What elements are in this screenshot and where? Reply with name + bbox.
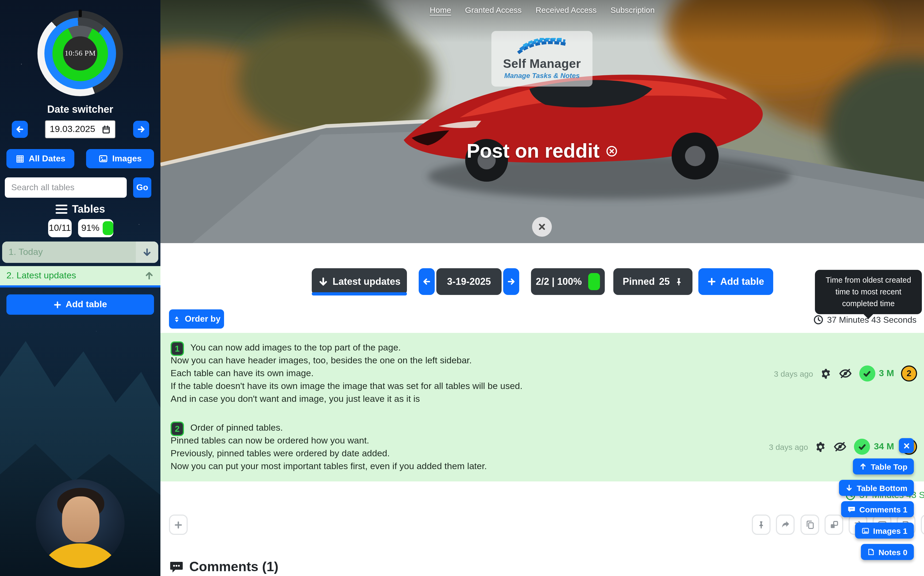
pin-icon xyxy=(757,520,766,529)
gear-icon[interactable] xyxy=(820,368,831,379)
menu-item-label: Notes 0 xyxy=(879,547,908,557)
arrow-down-icon xyxy=(845,484,853,491)
progress-button[interactable]: 2/2 | 100% xyxy=(531,268,605,295)
sidebar-item-label: 2. Latest updates xyxy=(6,270,76,281)
menu-item-table-top[interactable]: Table Top xyxy=(853,458,914,475)
arrow-down-icon xyxy=(318,277,328,286)
arrow-left-icon xyxy=(16,125,24,134)
menu-item-label: Table Bottom xyxy=(857,483,908,492)
copy-button[interactable] xyxy=(800,515,819,535)
move-up-button[interactable] xyxy=(144,271,154,280)
image-icon xyxy=(98,154,108,163)
pinned-button[interactable]: Pinned 25 xyxy=(613,268,693,295)
task-number-badge[interactable]: 1 xyxy=(170,341,184,356)
eye-slash-icon[interactable] xyxy=(838,366,852,381)
date-switcher-label: Date switcher xyxy=(0,104,160,115)
avatar-face xyxy=(62,496,99,542)
prev-date-button[interactable] xyxy=(12,121,28,138)
menu-item-comments[interactable]: Comments 1 xyxy=(841,501,914,517)
menu-item-label: Comments 1 xyxy=(859,505,908,514)
add-row-button[interactable] xyxy=(169,515,188,535)
tables-header: Tables xyxy=(0,203,160,215)
close-icon xyxy=(538,223,546,231)
comments-heading-text: Comments (1) xyxy=(189,559,278,574)
tables-count-badge: 10/11 xyxy=(48,219,72,237)
next-day-button[interactable] xyxy=(503,268,519,295)
prev-day-button[interactable] xyxy=(419,268,435,295)
gear-icon[interactable] xyxy=(815,441,826,452)
arrow-up-icon xyxy=(860,463,867,470)
progress-label: 2/2 | 100% xyxy=(536,276,582,287)
share-button[interactable] xyxy=(776,515,795,535)
task-controls: 3 days ago 3 M 2 xyxy=(774,365,917,381)
all-dates-button[interactable]: All Dates xyxy=(6,149,74,168)
calendar-icon[interactable] xyxy=(102,125,111,134)
nav-item-home[interactable]: Home xyxy=(430,5,451,14)
attachment-count-badge[interactable]: 2 xyxy=(901,365,917,381)
menu-item-label: Images 1 xyxy=(873,526,908,535)
logo-subtitle: Manage Tasks & Notes xyxy=(504,72,580,80)
user-avatar[interactable] xyxy=(36,479,125,568)
nav-item-granted-access[interactable]: Granted Access xyxy=(465,5,521,14)
order-by-label: Order by xyxy=(185,314,220,324)
move-down-button[interactable] xyxy=(136,242,158,263)
task-line: Now you can have header images, too, bes… xyxy=(170,354,472,367)
collapse-header-button[interactable] xyxy=(532,217,552,237)
pin-table-button[interactable] xyxy=(752,515,770,535)
pinned-label: Pinned xyxy=(623,276,655,287)
task-title: Order of pinned tables. xyxy=(190,422,283,434)
tables-label: Tables xyxy=(72,203,105,215)
task-number-badge[interactable]: 2 xyxy=(170,422,184,436)
sidebar-item-today[interactable]: 1. Today xyxy=(2,242,158,263)
sidebar-item-latest-updates[interactable]: 2. Latest updates xyxy=(0,266,160,288)
table-title: Post on reddit xyxy=(160,140,924,162)
hidden-action-button[interactable] xyxy=(921,515,924,535)
main-content: Home Granted Access Received Access Subs… xyxy=(160,0,924,576)
add-table-button-sidebar[interactable]: Add table xyxy=(6,294,154,315)
menu-item-notes[interactable]: Notes 0 xyxy=(861,544,914,560)
arrow-right-icon xyxy=(507,277,515,286)
close-menu-button[interactable] xyxy=(899,438,914,453)
latest-updates-button[interactable]: Latest updates xyxy=(312,268,407,295)
sidebar-item-label: 1. Today xyxy=(8,247,43,258)
self-manager-app: 10:56 PM Date switcher All Dates Images … xyxy=(0,0,924,576)
hamburger-icon[interactable] xyxy=(55,205,67,214)
task-line: Each table can have its own image. xyxy=(170,367,314,380)
search-go-button[interactable]: Go xyxy=(133,178,151,198)
nav-item-subscription[interactable]: Subscription xyxy=(611,5,655,14)
plus-icon xyxy=(53,301,61,309)
chat-icon xyxy=(169,559,184,574)
close-icon xyxy=(903,442,910,449)
task-line: Now you can put your most important tabl… xyxy=(170,460,487,473)
image-icon xyxy=(861,526,869,534)
clock-notch xyxy=(79,10,82,17)
menu-item-images[interactable]: Images 1 xyxy=(855,523,914,539)
sidebar: 10:56 PM Date switcher All Dates Images … xyxy=(0,0,160,576)
menu-item-table-bottom[interactable]: Table Bottom xyxy=(839,480,914,496)
add-table-button-toolbar[interactable]: Add table xyxy=(698,268,773,295)
search-input[interactable] xyxy=(5,178,127,198)
comments-heading: Comments (1) xyxy=(169,559,278,574)
tables-percent-value: 91% xyxy=(81,223,99,234)
plus-icon xyxy=(707,277,716,286)
current-date-button[interactable]: 3-19-2025 xyxy=(436,268,502,295)
complete-toggle[interactable] xyxy=(859,365,875,381)
progress-pill xyxy=(588,273,600,290)
circle-x-icon[interactable] xyxy=(606,146,618,157)
date-input[interactable] xyxy=(50,124,99,134)
logo-title: Self Manager xyxy=(503,57,581,71)
nav-item-received-access[interactable]: Received Access xyxy=(536,5,597,14)
order-by-button[interactable]: Order by xyxy=(169,309,224,329)
latest-updates-table: 1 You can now add images to the top part… xyxy=(160,333,924,482)
task-duration: 3 M xyxy=(879,368,894,379)
next-date-button[interactable] xyxy=(133,121,149,138)
pinned-count: 25 xyxy=(659,276,670,287)
chat-icon xyxy=(847,505,855,513)
images-button[interactable]: Images xyxy=(86,149,154,168)
arrow-down-icon xyxy=(142,247,152,257)
task-age: 3 days ago xyxy=(769,442,808,451)
menu-item-label: Table Top xyxy=(871,462,908,471)
task-line: And in case you don't want and image, yo… xyxy=(170,393,420,406)
activity-clock: 10:56 PM xyxy=(37,11,123,96)
avatar-shirt xyxy=(43,543,117,568)
